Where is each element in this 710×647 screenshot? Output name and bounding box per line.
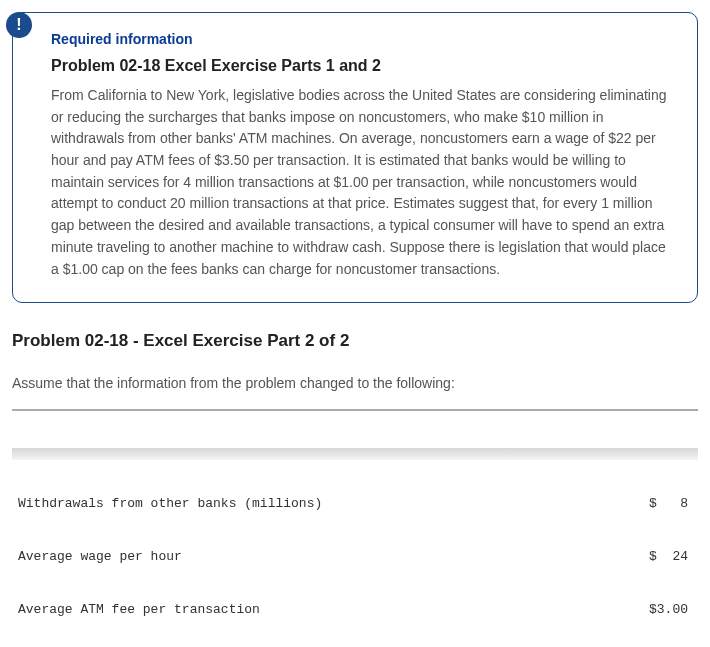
- param-value: $3.00: [628, 601, 688, 619]
- problem-body-text: From California to New York, legislative…: [51, 85, 669, 280]
- table-row: Withdrawals from other banks (millions) …: [12, 495, 698, 513]
- param-label: Average wage per hour: [18, 548, 182, 566]
- param-label: Withdrawals from other banks (millions): [18, 495, 322, 513]
- assume-text: Assume that the information from the pro…: [12, 375, 698, 391]
- table-top-border: [12, 448, 698, 460]
- param-value: $ 24: [628, 548, 688, 566]
- exclamation-icon: !: [16, 16, 21, 34]
- table-row: Average ATM fee per transaction $3.00: [12, 601, 698, 619]
- param-label: Average ATM fee per transaction: [18, 601, 260, 619]
- parameter-table: Withdrawals from other banks (millions) …: [12, 409, 698, 647]
- info-badge-icon: !: [6, 12, 32, 38]
- param-value: $ 8: [628, 495, 688, 513]
- problem-title: Problem 02-18 Excel Exercise Parts 1 and…: [51, 57, 669, 75]
- section-heading: Problem 02-18 - Excel Exercise Part 2 of…: [12, 331, 698, 351]
- required-information-panel: Required information Problem 02-18 Excel…: [12, 12, 698, 303]
- required-information-label: Required information: [51, 31, 669, 47]
- page-container: ! Required information Problem 02-18 Exc…: [0, 12, 710, 647]
- table-row: Average wage per hour $ 24: [12, 548, 698, 566]
